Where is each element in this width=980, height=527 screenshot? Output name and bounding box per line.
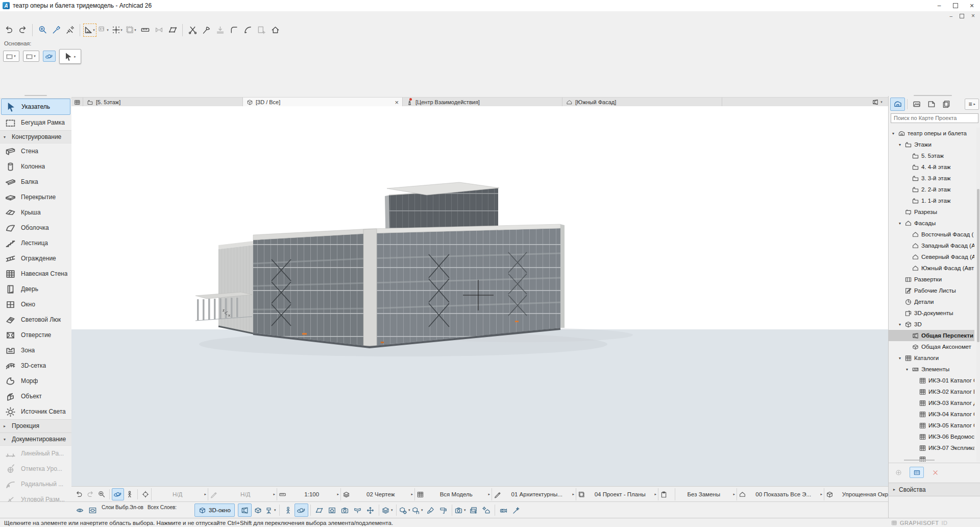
bottom-tool-button[interactable] [252,504,264,516]
dropdown-caret-icon[interactable]: ▾ [390,508,394,512]
layer-state-icon[interactable] [120,510,126,516]
view-history-icon[interactable] [182,504,188,510]
tree-item[interactable]: ИКЭ-04 Каталог С [889,409,974,420]
tree-item[interactable]: ▾ Этажи [889,139,974,150]
dropdown-caret-icon[interactable]: ▾ [106,28,110,32]
tree-item[interactable]: Детали [889,296,974,307]
quick-option-field[interactable]: 00 Показать Все Э... ▸ [737,488,824,500]
expander-icon[interactable]: ▾ [897,356,902,361]
dropdown-caret-icon[interactable]: ▸ [273,492,275,496]
layer-state-icon[interactable] [148,510,154,516]
toolbar-button[interactable] [182,24,183,36]
dropdown-caret-icon[interactable]: ▾ [273,508,277,512]
view-tab[interactable]: [3D / Все] × [243,98,403,107]
bottom-tool-button[interactable] [497,504,510,516]
layer-state-icon[interactable] [102,510,108,516]
navigator-footer-button[interactable] [928,467,942,477]
quick-nav-button[interactable] [109,489,110,499]
toolbar-button[interactable]: ▾ [83,23,96,37]
toolbox-item[interactable]: Линейный Ра... [0,446,71,461]
tree-item[interactable]: Западный Фасад (А [889,240,974,251]
infobox-button[interactable] [43,51,56,62]
tree-item[interactable]: ▾ Элементы [889,364,974,375]
tree-item[interactable]: Восточный Фасад ( [889,229,974,240]
doc-restore-button[interactable] [960,14,964,18]
bottom-tool-button[interactable]: ▾ [454,504,467,516]
3d-window-button[interactable]: 3D-окно [194,504,235,517]
bottom-tool-button[interactable] [279,505,280,516]
toolbox-item[interactable]: ▾ Конструирование [0,130,71,143]
toolbox-item[interactable]: Указатель [1,99,70,115]
toolbox-item[interactable]: Лестница [0,235,71,251]
toolbar-button[interactable] [138,23,152,37]
dropdown-caret-icon[interactable]: ▸ [654,492,656,496]
toolbar-button[interactable] [186,23,199,37]
expander-icon[interactable]: ▾ [897,221,902,226]
tree-item[interactable]: 2. 2-й этаж [889,184,974,195]
toolbar-button[interactable] [80,24,80,36]
toolbox-item[interactable]: Бегущая Рамка [0,115,71,130]
dropdown-caret-icon[interactable]: ▸ [572,492,574,496]
tree-item[interactable]: ИКЭ-02 Каталог В [889,386,974,397]
bottom-tool-button[interactable] [338,504,351,516]
doc-minimize-button[interactable]: – [949,13,952,19]
visibility-button[interactable] [74,504,86,516]
section-triangle-icon[interactable]: ▾ [4,437,9,442]
tree-item[interactable]: ИКЭ-01 Каталог С [889,375,974,386]
navigator-map-button[interactable] [910,98,923,110]
tree-item[interactable]: 3D-документы [889,307,974,319]
toolbox-item[interactable]: Угловой Разм... [0,492,71,501]
section-triangle-icon[interactable]: ▸ [4,424,9,428]
toolbar-button[interactable] [268,23,282,37]
tree-item[interactable]: ▾ Каталоги [889,352,974,364]
tab-close-icon[interactable]: × [395,99,399,106]
tree-item[interactable]: ИКЭ-05 Каталог С [889,420,974,431]
tree-item[interactable]: ИКЭ-06 Ведомост [889,431,974,442]
tree-item[interactable]: ИКЭ-03 Каталог Д [889,397,974,409]
navigator-map-button[interactable] [907,99,908,109]
quick-nav-button[interactable] [124,489,135,500]
toolbox-drag-handle[interactable] [24,95,47,96]
bottom-tool-button[interactable] [452,505,452,516]
toolbar-button[interactable] [241,23,254,37]
toolbox-item[interactable]: Дверь [0,281,71,297]
quick-option-field[interactable]: 1:100 ▸ [277,488,340,500]
toolbox-item[interactable]: Отметка Уро... [0,461,71,476]
project-map-search-input[interactable] [891,113,978,123]
tree-item[interactable]: 1. 1-й этаж [889,195,974,206]
toolbox-item[interactable]: Источник Света [0,404,71,419]
toolbox-item[interactable]: Зона [0,343,71,358]
minimize-button[interactable]: – [931,0,947,11]
bottom-tool-button[interactable] [282,504,295,516]
toolbox-item[interactable]: Отверстие [0,327,71,343]
quick-nav-button[interactable] [96,489,107,500]
toolbox-item[interactable]: Ограждение [0,251,71,266]
bottom-tool-button[interactable] [351,504,364,516]
bottom-tool-button[interactable] [295,504,308,517]
dropdown-caret-icon[interactable]: ▾ [92,28,96,32]
dropdown-caret-icon[interactable]: ▾ [420,508,424,512]
toolbar-button[interactable] [200,23,213,37]
maximize-button[interactable] [947,0,964,11]
toolbox-item[interactable]: Навесная Стена [0,266,71,281]
toolbox-item[interactable]: ▸ Проекция [0,419,71,433]
toolbox-item[interactable]: Объект [0,389,71,404]
toolbox-item[interactable]: Балка [0,174,71,189]
toolbar-button[interactable] [152,23,165,37]
quick-nav-button[interactable] [112,488,124,500]
layer-state-icon[interactable] [111,510,117,516]
toolbox-item[interactable]: Перекрытие [0,189,71,205]
bottom-tool-button[interactable] [396,505,397,516]
quick-nav-button[interactable] [140,489,151,500]
tree-item[interactable]: ▾ 3D [889,319,974,330]
visibility-button[interactable] [86,504,99,516]
toolbar-button[interactable] [36,23,49,37]
toolbox-item[interactable]: 3D-сетка [0,358,71,373]
navigator-footer-button[interactable] [910,467,924,478]
navigator-footer-button[interactable] [892,467,905,477]
toolbox-item[interactable]: Морф [0,373,71,389]
navigator-map-button[interactable] [924,98,938,110]
quick-option-field[interactable]: Н/Д ▸ [151,488,208,500]
tree-item[interactable]: 5. 5этаж [889,150,974,161]
toolbox-item[interactable]: Крыша [0,205,71,220]
